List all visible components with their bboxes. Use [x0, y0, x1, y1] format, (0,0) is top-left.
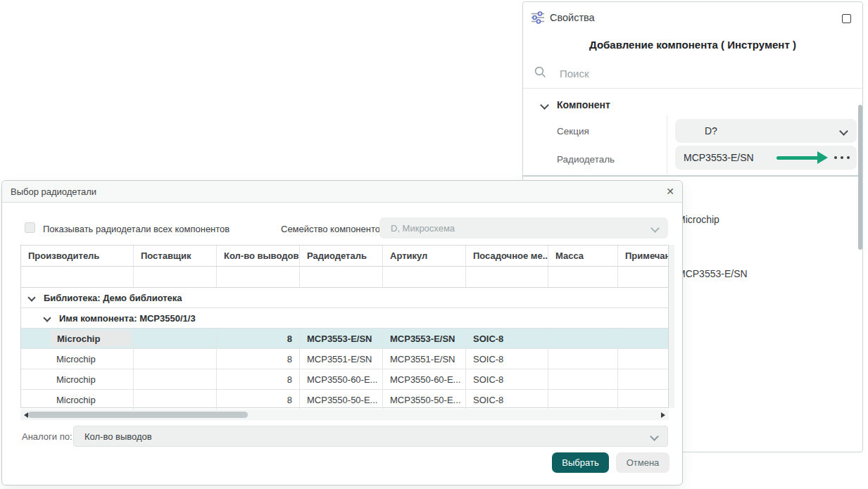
component-section-title: Компонент: [557, 99, 610, 110]
filter-cell[interactable]: [300, 267, 383, 287]
show-all-checkbox[interactable]: [25, 222, 35, 233]
search-input[interactable]: [558, 63, 829, 83]
cell-part: MCP3551-E/SN: [300, 349, 383, 369]
filter-cell[interactable]: [21, 267, 134, 287]
divider: [523, 175, 862, 177]
cell-mass: [548, 349, 618, 369]
table-horizontal-scrollbar[interactable]: [20, 409, 669, 420]
properties-panel-header: Свойства: [523, 2, 862, 33]
chevron-down-icon: [650, 224, 660, 233]
cell-mass: [548, 369, 618, 389]
chevron-down-icon: [27, 293, 35, 301]
header-note[interactable]: Примечание: [618, 246, 668, 266]
panel-title: Свойства: [550, 12, 595, 23]
analogs-value: Кол-во выводов: [84, 431, 152, 442]
divider: [667, 115, 667, 174]
section-value: D?: [705, 125, 717, 136]
filter-cell[interactable]: [618, 267, 668, 287]
header-pins[interactable]: Кол-во выводов: [217, 246, 300, 266]
table-row[interactable]: Microchip 8 MCP3551-E/SN MCP3551-E/SN SO…: [21, 349, 668, 369]
cell-supplier: [134, 390, 217, 410]
search-icon: [534, 66, 546, 78]
panel-window-toggle-icon[interactable]: [842, 14, 851, 23]
sliders-icon: [530, 10, 546, 28]
cell-article: MCP3550-60-E...: [383, 369, 466, 389]
cell-article: MCP3551-E/SN: [383, 349, 466, 369]
cell-footprint: SOIC-8: [466, 349, 548, 369]
component-section-header[interactable]: Компонент: [523, 99, 862, 115]
cell-pins: 8: [217, 329, 300, 348]
cell-note: [618, 369, 668, 389]
search-row: [533, 63, 843, 84]
select-button[interactable]: Выбрать: [552, 452, 609, 473]
family-value: D, Микросхема: [391, 223, 455, 234]
family-label: Семейство компонентов :: [281, 224, 390, 234]
table-header-row: Производитель Поставщик Кол-во выводов Р…: [21, 246, 668, 267]
part-field[interactable]: MCP3553-E/SN: [675, 146, 857, 170]
filter-cell[interactable]: [134, 267, 217, 287]
scrollbar-thumb[interactable]: [28, 412, 248, 418]
dialog-title: Выбор радиодетали: [11, 186, 96, 197]
table-row[interactable]: Microchip 8 MCP3553-E/SN MCP3553-E/SN SO…: [21, 329, 668, 349]
scroll-right-icon[interactable]: [661, 412, 665, 418]
focused-cell: Microchip: [51, 330, 131, 347]
cell-footprint: SOIC-8: [466, 329, 548, 348]
cell-pins: 8: [217, 390, 300, 410]
header-article[interactable]: Артикул: [383, 246, 466, 266]
table-row[interactable]: Microchip 8 MCP3550-60-E... MCP3550-60-E…: [21, 369, 668, 390]
cell-supplier: [134, 349, 217, 369]
analogs-dropdown[interactable]: Кол-во выводов: [73, 426, 668, 447]
cell-pins: 8: [217, 349, 300, 369]
header-mass[interactable]: Масса: [548, 246, 618, 266]
part-field-label: Радиодеталь: [557, 154, 615, 165]
cell-manufacturer: Microchip: [21, 369, 134, 389]
cell-part: MCP3550-60-E...: [300, 369, 383, 389]
cell-article: MCP3550-50-E...: [383, 390, 466, 410]
dialog-titlebar[interactable]: Выбор радиодетали ✕: [2, 181, 682, 203]
group-component-label: Имя компонента: MCP3550/1/3: [59, 313, 196, 324]
filter-cell[interactable]: [383, 267, 466, 287]
cell-note: [618, 390, 668, 410]
chevron-down-icon: [650, 432, 659, 441]
header-part[interactable]: Радиодеталь: [300, 246, 383, 266]
header-footprint[interactable]: Посадочное ме...: [466, 246, 548, 266]
screen: Свойства Добавление компонента ( Инструм…: [0, 0, 868, 489]
cell-manufacturer: Microchip: [21, 349, 134, 369]
group-library-label: Библиотека: Демо библиотека: [44, 293, 182, 303]
cancel-button[interactable]: Отмена: [616, 452, 669, 473]
add-component-title: Добавление компонента ( Инструмент ): [523, 39, 862, 51]
cell-footprint: SOIC-8: [466, 390, 548, 410]
cell-manufacturer: Microchip: [21, 329, 134, 348]
panel-manufacturer-value: Microchip: [677, 214, 719, 225]
chevron-down-icon: [839, 127, 848, 136]
family-dropdown[interactable]: D, Микросхема: [379, 217, 668, 239]
header-manufacturer[interactable]: Производитель: [21, 246, 134, 266]
header-supplier[interactable]: Поставщик: [134, 246, 217, 266]
filter-cell[interactable]: [217, 267, 300, 287]
table-row[interactable]: Microchip 8 MCP3550-50-E... MCP3550-50-E…: [21, 390, 668, 410]
filter-cell[interactable]: [466, 267, 548, 287]
analogs-label: Аналоги по:: [22, 431, 73, 442]
cell-mass: [548, 329, 618, 348]
cell-note: [618, 349, 668, 369]
cell-supplier: [134, 369, 217, 389]
green-arrow-icon: [776, 151, 828, 164]
table-filter-row: [21, 267, 668, 288]
chevron-down-icon: [43, 314, 51, 322]
filter-cell[interactable]: [548, 267, 618, 287]
cell-part: MCP3553-E/SN: [300, 329, 383, 348]
section-field-label: Секция: [557, 126, 589, 136]
panel-part-value: MCP3553-E/SN: [677, 268, 748, 279]
ellipsis-button[interactable]: [834, 156, 850, 159]
section-dropdown[interactable]: D?: [675, 119, 857, 143]
part-value: MCP3553-E/SN: [684, 152, 754, 163]
cell-mass: [548, 390, 618, 410]
close-icon[interactable]: ✕: [666, 186, 674, 197]
panel-vertical-scrollbar[interactable]: [858, 105, 862, 250]
cell-supplier: [134, 329, 217, 348]
group-row-component[interactable]: Имя компонента: MCP3550/1/3: [21, 308, 668, 329]
group-row-library[interactable]: Библиотека: Демо библиотека: [21, 288, 668, 308]
table-vertical-scrollbar[interactable]: [669, 245, 674, 408]
cell-part: MCP3550-50-E...: [300, 390, 383, 410]
cell-pins: 8: [217, 369, 300, 389]
